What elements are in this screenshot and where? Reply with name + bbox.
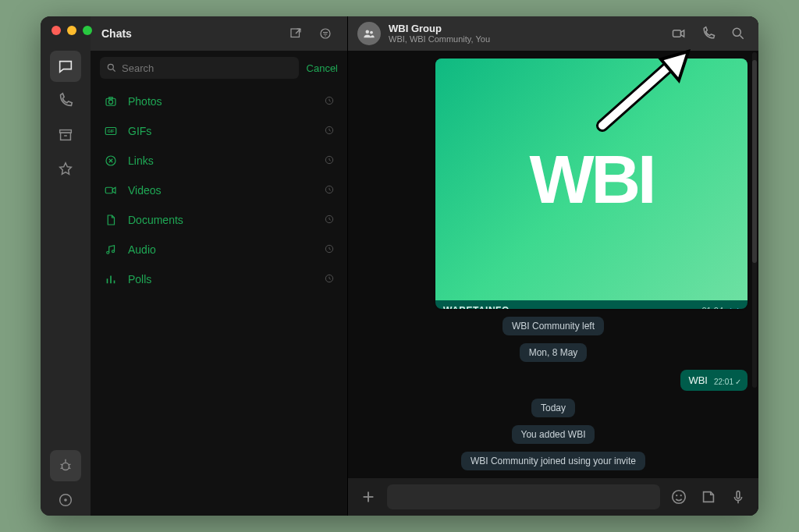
composer xyxy=(348,478,758,516)
filter-list: PhotosGIFGIFsLinksVideosDocumentsAudioPo… xyxy=(91,85,347,296)
image-caption: WABETAINFO xyxy=(443,305,701,309)
microphone-icon xyxy=(730,488,747,505)
date-divider-today: Today xyxy=(531,399,575,417)
sticker-icon xyxy=(700,488,717,505)
history-icon xyxy=(324,273,335,286)
document-icon xyxy=(103,213,119,227)
nav-settings[interactable] xyxy=(50,484,81,516)
app-window: Chats Cancel PhotosGIFGIFsLinksVideosDoc… xyxy=(41,16,758,516)
panel-header: Chats xyxy=(91,16,347,51)
svg-point-39 xyxy=(370,31,373,34)
voice-call-button[interactable] xyxy=(698,23,719,44)
date-divider: Mon, 8 May xyxy=(520,343,588,362)
svg-point-32 xyxy=(112,250,115,253)
system-event-joined: WBI Community joined using your invite xyxy=(461,452,645,470)
svg-point-46 xyxy=(676,495,677,496)
filter-label: GIFs xyxy=(128,125,314,137)
video-call-button[interactable] xyxy=(668,23,690,44)
search-input[interactable] xyxy=(122,62,293,74)
svg-line-7 xyxy=(61,468,63,469)
compose-button[interactable] xyxy=(285,23,307,44)
history-icon xyxy=(324,214,335,227)
svg-text:GIF: GIF xyxy=(108,129,115,133)
outgoing-image-message[interactable]: WBI WABETAINFO 01:04 ✓✓ xyxy=(435,59,748,309)
filter-label: Photos xyxy=(128,95,314,108)
svg-line-8 xyxy=(69,468,71,469)
video-icon xyxy=(103,183,119,197)
filter-item-video[interactable]: Videos xyxy=(95,176,343,205)
settings-icon xyxy=(57,491,74,509)
filter-item-gif[interactable]: GIFGIFs xyxy=(95,116,343,146)
history-icon xyxy=(324,154,335,168)
filter-button[interactable] xyxy=(314,23,336,44)
svg-point-41 xyxy=(733,28,740,36)
chat-area: WBI Group WBI, WBI Community, You WBI xyxy=(348,16,758,516)
scrollbar-thumb[interactable] xyxy=(752,60,757,263)
search-icon xyxy=(730,26,746,41)
image-attachment[interactable]: WBI xyxy=(435,59,748,300)
image-time: 01:04 ✓✓ xyxy=(701,306,740,310)
filter-label: Links xyxy=(128,154,314,167)
chats-panel: Chats Cancel PhotosGIFGIFsLinksVideosDoc… xyxy=(91,16,348,516)
filter-label: Documents xyxy=(128,214,314,226)
cancel-search[interactable]: Cancel xyxy=(307,62,338,74)
filter-label: Audio xyxy=(128,243,314,256)
history-icon xyxy=(324,95,335,108)
nav-rail xyxy=(41,16,91,516)
filter-item-camera[interactable]: Photos xyxy=(95,87,343,116)
sticker-button[interactable] xyxy=(698,486,719,508)
nav-chats[interactable] xyxy=(50,51,81,82)
search-in-chat-button[interactable] xyxy=(727,23,749,44)
search-box[interactable] xyxy=(100,57,299,79)
zoom-window[interactable] xyxy=(83,26,92,35)
filter-item-poll[interactable]: Polls xyxy=(95,264,343,294)
svg-line-5 xyxy=(61,464,63,465)
plus-icon xyxy=(360,488,377,505)
svg-rect-1 xyxy=(61,133,71,140)
svg-point-13 xyxy=(321,29,330,38)
nav-archive[interactable] xyxy=(50,119,81,151)
outgoing-text-message[interactable]: WBI 22:01 ✓ xyxy=(680,370,748,391)
chat-bubble-icon xyxy=(57,58,74,75)
archive-icon xyxy=(57,126,74,144)
svg-point-38 xyxy=(366,30,370,34)
attach-button[interactable] xyxy=(357,486,379,508)
phone-icon xyxy=(57,92,74,109)
filter-label: Videos xyxy=(128,184,314,197)
star-icon xyxy=(57,161,74,178)
history-icon xyxy=(324,184,335,197)
nav-starred[interactable] xyxy=(50,154,81,185)
chat-header[interactable]: WBI Group WBI, WBI Community, You xyxy=(348,16,758,51)
filter-item-document[interactable]: Documents xyxy=(95,205,343,235)
chat-subtitle: WBI, WBI Community, You xyxy=(389,34,490,44)
panel-title: Chats xyxy=(101,27,132,40)
group-avatar[interactable] xyxy=(357,22,381,45)
svg-rect-11 xyxy=(291,29,300,37)
svg-line-12 xyxy=(296,29,300,34)
mic-button[interactable] xyxy=(727,486,749,508)
emoji-button[interactable] xyxy=(668,486,690,508)
nav-calls[interactable] xyxy=(50,85,81,116)
nav-debug[interactable] xyxy=(50,450,81,481)
chat-title-block: WBI Group WBI, WBI Community, You xyxy=(389,23,490,44)
svg-line-6 xyxy=(69,464,71,465)
svg-rect-48 xyxy=(737,491,740,498)
audio-icon xyxy=(103,243,119,257)
message-input[interactable] xyxy=(387,484,660,509)
chat-name: WBI Group xyxy=(389,23,490,34)
svg-point-10 xyxy=(64,498,67,502)
filter-item-link[interactable]: Links xyxy=(95,146,343,176)
gif-icon: GIF xyxy=(103,124,119,138)
svg-point-3 xyxy=(62,463,69,470)
poll-icon xyxy=(103,272,119,286)
close-window[interactable] xyxy=(51,26,61,35)
svg-point-20 xyxy=(108,100,112,104)
minimize-window[interactable] xyxy=(67,26,76,35)
system-event-left: WBI Community left xyxy=(502,317,604,335)
message-list[interactable]: WBI WABETAINFO 01:04 ✓✓ WBI Community le… xyxy=(348,51,758,478)
filter-label: Polls xyxy=(128,273,314,286)
filter-item-audio[interactable]: Audio xyxy=(95,235,343,264)
svg-rect-28 xyxy=(105,187,112,193)
filter-icon xyxy=(318,27,332,41)
image-caption-row: WABETAINFO 01:04 ✓✓ xyxy=(435,300,748,309)
